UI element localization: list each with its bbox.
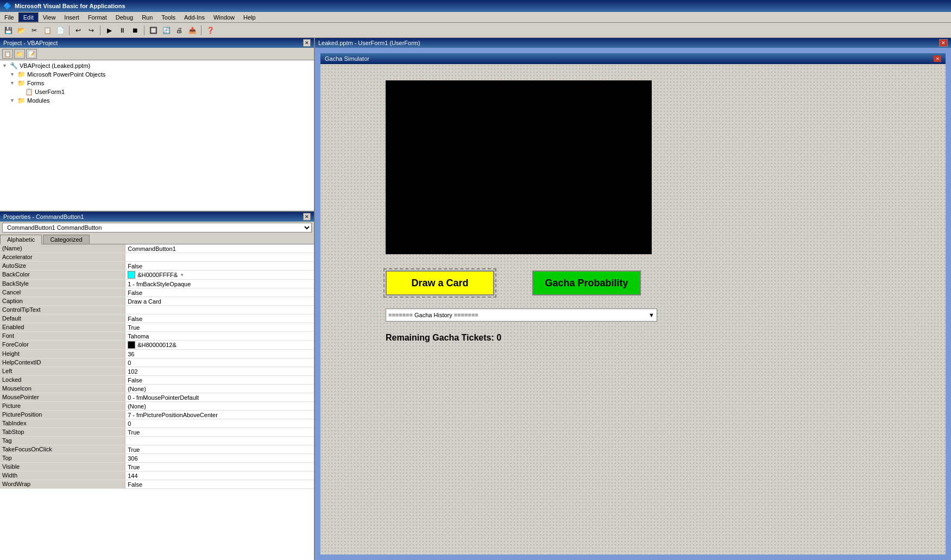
folder-icon: 📁: [17, 71, 26, 78]
toolbar-undo[interactable]: ↩: [72, 24, 84, 36]
prop-name-label: Caption: [0, 297, 125, 305]
view-code-btn[interactable]: 📝: [26, 49, 37, 59]
prop-value[interactable]: True: [125, 445, 314, 454]
project-close-btn[interactable]: ✕: [303, 39, 311, 47]
toolbar-stop[interactable]: ⏹: [129, 24, 141, 36]
prop-value[interactable]: 0: [125, 358, 314, 367]
menu-edit[interactable]: Edit: [18, 12, 39, 22]
menu-tools[interactable]: Tools: [157, 13, 180, 22]
object-dropdown[interactable]: CommandButton1 CommandButton: [2, 223, 312, 232]
prop-row-default: Default False: [0, 314, 314, 323]
prop-name-label: Default: [0, 314, 125, 323]
prop-name-label: MouseIcon: [0, 385, 125, 393]
tree-modules[interactable]: ▼ 📁 Modules: [1, 96, 313, 105]
prop-value[interactable]: True: [125, 463, 314, 471]
draw-card-button[interactable]: Draw a Card: [386, 270, 494, 295]
expand-icon: [17, 89, 25, 95]
tree-label: Modules: [27, 97, 50, 104]
toolbar-pause[interactable]: ⏸: [116, 24, 128, 36]
prop-name-label: Accelerator: [0, 253, 125, 261]
form-canvas: Gacha Simulator ✕ Draw a Card Gacha Prob…: [320, 53, 946, 555]
toolbar-save[interactable]: 💾: [2, 24, 14, 36]
gacha-history-dropdown[interactable]: ======= Gacha History ======= ▼: [386, 309, 657, 322]
tree-ppt-objects[interactable]: ▼ 📁 Microsoft PowerPoint Objects: [1, 70, 313, 79]
folder-icon: 📁: [17, 79, 26, 87]
expand-icon: ▼: [2, 63, 10, 68]
color-swatch: [128, 271, 135, 279]
prop-value[interactable]: Draw a Card: [125, 297, 314, 305]
toolbar-cut[interactable]: ✂: [28, 24, 40, 36]
prop-row-wordwrap: WordWrap False: [0, 480, 314, 489]
tree-vbaproject[interactable]: ▼ 🔧 VBAProject (Leaked.pptm): [1, 61, 313, 70]
prop-value[interactable]: (None): [125, 385, 314, 393]
gacha-probability-button[interactable]: Gacha Probability: [532, 270, 641, 295]
toggle-folders-btn[interactable]: 📁: [14, 49, 25, 59]
prop-name-label: BackStyle: [0, 280, 125, 288]
properties-close-btn[interactable]: ✕: [303, 213, 311, 221]
tree-label: Microsoft PowerPoint Objects: [27, 71, 105, 78]
prop-row-tabindex: TabIndex 0: [0, 419, 314, 428]
expand-icon: ▼: [10, 72, 17, 77]
prop-value[interactable]: &H0000FFFF& ▼: [125, 270, 314, 279]
menu-run[interactable]: Run: [137, 13, 157, 22]
menu-view[interactable]: View: [39, 13, 60, 22]
prop-row-name: (Name) CommandButton1: [0, 244, 314, 253]
menu-insert[interactable]: Insert: [60, 13, 84, 22]
prop-value[interactable]: 36: [125, 350, 314, 358]
prop-row-font: Font Tahoma: [0, 332, 314, 341]
prop-value[interactable]: [125, 306, 314, 314]
prop-name-label: PicturePosition: [0, 411, 125, 419]
toolbar-paste[interactable]: 📄: [54, 24, 66, 36]
tree-userform1[interactable]: 📋 UserForm1: [1, 87, 313, 96]
prop-value[interactable]: 0: [125, 419, 314, 427]
prop-value[interactable]: 102: [125, 367, 314, 375]
menu-debug[interactable]: Debug: [111, 13, 137, 22]
view-object-btn[interactable]: 📋: [2, 49, 13, 59]
form-window-close-btn[interactable]: ✕: [939, 39, 948, 47]
prop-value[interactable]: False: [125, 376, 314, 384]
tab-categorized[interactable]: Categorized: [43, 235, 89, 244]
toolbar-print[interactable]: 🖨: [173, 24, 185, 36]
menu-window[interactable]: Window: [209, 13, 239, 22]
prop-row-left: Left 102: [0, 367, 314, 376]
prop-value[interactable]: False: [125, 314, 314, 323]
menu-file[interactable]: File: [0, 13, 18, 22]
prop-value[interactable]: 144: [125, 471, 314, 480]
toolbar-redo[interactable]: ↪: [85, 24, 97, 36]
prop-value[interactable]: (None): [125, 402, 314, 410]
tab-alphabetic[interactable]: Alphabetic: [0, 235, 42, 244]
prop-value[interactable]: [125, 253, 314, 261]
form-caption-close-btn[interactable]: ✕: [934, 55, 941, 62]
main-layout: Project - VBAProject ✕ 📋 📁 📝 ▼ 🔧 VBAProj…: [0, 38, 951, 560]
prop-value[interactable]: &H80000012&: [125, 341, 314, 349]
prop-value[interactable]: True: [125, 428, 314, 436]
prop-value[interactable]: [125, 437, 314, 445]
tree-forms[interactable]: ▼ 📁 Forms: [1, 79, 313, 87]
menu-addins[interactable]: Add-Ins: [180, 13, 209, 22]
toolbar-open[interactable]: 📂: [15, 24, 27, 36]
menu-help[interactable]: Help: [239, 13, 260, 22]
prop-name-label: Left: [0, 367, 125, 375]
prop-value[interactable]: 0 - fmMousePointerDefault: [125, 393, 314, 401]
prop-value[interactable]: False: [125, 480, 314, 488]
prop-value[interactable]: 7 - fmPicturePositionAboveCenter: [125, 411, 314, 419]
prop-row-caption: Caption Draw a Card: [0, 297, 314, 306]
toolbar-help[interactable]: ❓: [204, 24, 216, 36]
toolbar-export[interactable]: 📤: [186, 24, 198, 36]
prop-value[interactable]: CommandButton1: [125, 244, 314, 253]
properties-title: Properties - CommandButton1: [3, 213, 84, 220]
toolbar-refresh[interactable]: 🔄: [160, 24, 172, 36]
prop-value[interactable]: 1 - fmBackStyleOpaque: [125, 280, 314, 288]
prop-value[interactable]: 306: [125, 454, 314, 462]
menu-format[interactable]: Format: [84, 13, 111, 22]
prop-row-pictureposition: PicturePosition 7 - fmPicturePositionAbo…: [0, 411, 314, 419]
toolbar-design[interactable]: 🔲: [147, 24, 159, 36]
prop-value[interactable]: Tahoma: [125, 332, 314, 340]
prop-value[interactable]: False: [125, 288, 314, 297]
prop-value[interactable]: False: [125, 262, 314, 270]
toolbar-copy[interactable]: 📋: [41, 24, 53, 36]
toolbar-run[interactable]: ▶: [103, 24, 115, 36]
prop-name-label: AutoSize: [0, 262, 125, 270]
properties-tabs: Alphabetic Categorized: [0, 234, 314, 244]
prop-value[interactable]: True: [125, 323, 314, 331]
